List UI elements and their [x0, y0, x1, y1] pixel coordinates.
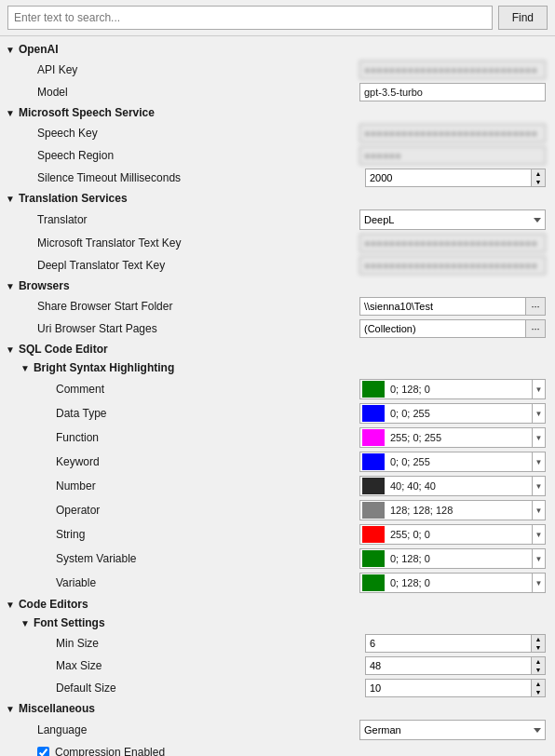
section-ms-speech[interactable]: ▼ Microsoft Speech Service: [0, 103, 555, 122]
datatype-color-dropdown[interactable]: 0; 0; 255 ▼: [359, 403, 546, 424]
subsection-bright-syntax[interactable]: ▼ Bright Syntax Highlighting: [0, 358, 555, 377]
silence-timeout-label: Silence Timeout Milliseconds: [0, 171, 186, 184]
uri-browser-input[interactable]: [359, 319, 525, 338]
max-size-up[interactable]: ▲: [532, 657, 545, 666]
deepl-translator-key-label: Deepl Translator Text Key: [0, 259, 186, 272]
string-label: String: [0, 528, 205, 541]
number-color-label: 40; 40; 40: [386, 480, 532, 492]
code-editors-arrow: ▼: [6, 600, 15, 610]
max-size-down[interactable]: ▼: [532, 666, 545, 674]
function-label: Function: [0, 431, 205, 444]
code-editors-label: Code Editors: [19, 598, 88, 611]
string-color-label: 255; 0; 0: [386, 529, 532, 540]
ms-speech-arrow: ▼: [6, 108, 15, 118]
min-size-spinner: ▲ ▼: [365, 634, 546, 653]
row-string: String 255; 0; 0 ▼: [0, 522, 555, 547]
search-input[interactable]: [7, 6, 493, 30]
default-size-spinner-btns: ▲ ▼: [531, 679, 546, 697]
speech-region-input[interactable]: [359, 146, 546, 165]
speech-region-value: [186, 146, 549, 165]
openai-arrow: ▼: [6, 45, 15, 55]
row-translator: Translator DeepL: [0, 208, 555, 232]
min-size-value: ▲ ▼: [205, 634, 549, 653]
section-openai[interactable]: ▼ OpenAI: [0, 40, 555, 59]
section-translation[interactable]: ▼ Translation Services: [0, 189, 555, 208]
model-label: Model: [0, 86, 186, 99]
translation-label: Translation Services: [19, 192, 128, 205]
share-browser-input[interactable]: [359, 297, 525, 316]
font-settings-arrow: ▼: [20, 618, 30, 628]
sql-editor-label: SQL Code Editor: [19, 343, 108, 356]
operator-dropdown-arrow: ▼: [532, 501, 545, 520]
row-model: Model: [0, 81, 555, 103]
bright-syntax-arrow: ▼: [20, 363, 30, 373]
sysvar-dropdown-arrow: ▼: [532, 549, 545, 568]
variable-color-dropdown[interactable]: 0; 128; 0 ▼: [359, 573, 546, 593]
speech-key-input[interactable]: [359, 124, 546, 142]
uri-browser-btn[interactable]: ···: [525, 319, 546, 338]
default-size-up[interactable]: ▲: [532, 680, 545, 688]
silence-timeout-up[interactable]: ▲: [532, 169, 545, 178]
min-size-label: Min Size: [0, 637, 205, 650]
comment-color-dropdown[interactable]: 0; 128; 0 ▼: [359, 379, 546, 399]
deepl-translator-key-input[interactable]: [359, 256, 546, 275]
language-dropdown[interactable]: German: [359, 720, 546, 740]
min-size-up[interactable]: ▲: [532, 635, 545, 643]
comment-color-label: 0; 128; 0: [386, 384, 532, 395]
ms-translator-key-input[interactable]: [359, 234, 546, 252]
keyword-color-dropdown[interactable]: 0; 0; 255 ▼: [359, 452, 546, 472]
api-key-input[interactable]: [359, 61, 546, 79]
subsection-font-settings[interactable]: ▼ Font Settings: [0, 614, 555, 632]
api-key-label: API Key: [0, 63, 186, 76]
max-size-value: ▲ ▼: [205, 656, 549, 675]
keyword-color-label: 0; 0; 255: [386, 456, 532, 467]
uri-browser-path: ···: [359, 319, 546, 338]
min-size-input[interactable]: [365, 634, 531, 653]
section-miscellaneous[interactable]: ▼ Miscellaneous: [0, 699, 555, 718]
default-size-value: ▲ ▼: [205, 679, 549, 697]
silence-timeout-input[interactable]: [365, 169, 531, 187]
row-default-size: Default Size ▲ ▼: [0, 677, 555, 699]
comment-dropdown-arrow: ▼: [532, 380, 545, 398]
sysvar-color-dropdown[interactable]: 0; 128; 0 ▼: [359, 548, 546, 569]
ms-translator-key-value: [186, 234, 549, 252]
silence-timeout-value: ▲ ▼: [186, 169, 549, 187]
sysvar-value: 0; 128; 0 ▼: [205, 548, 549, 569]
function-color-dropdown[interactable]: 255; 0; 255 ▼: [359, 427, 546, 448]
number-color-dropdown[interactable]: 40; 40; 40 ▼: [359, 476, 546, 496]
operator-color-dropdown[interactable]: 128; 128; 128 ▼: [359, 500, 546, 520]
section-sql-editor[interactable]: ▼ SQL Code Editor: [0, 340, 555, 358]
row-share-browser: Share Browser Start Folder ···: [0, 295, 555, 317]
default-size-down[interactable]: ▼: [532, 688, 545, 696]
variable-swatch: [362, 574, 385, 591]
number-value: 40; 40; 40 ▼: [205, 476, 549, 496]
max-size-spinner: ▲ ▼: [365, 656, 546, 675]
string-color-dropdown[interactable]: 255; 0; 0 ▼: [359, 524, 546, 545]
row-api-key: API Key: [0, 59, 555, 81]
comment-swatch: [362, 381, 385, 398]
bright-syntax-label: Bright Syntax Highlighting: [34, 361, 174, 374]
row-speech-region: Speech Region: [0, 144, 555, 167]
row-uri-browser: Uri Browser Start Pages ···: [0, 317, 555, 340]
share-browser-btn[interactable]: ···: [525, 297, 546, 316]
section-browsers[interactable]: ▼ Browsers: [0, 277, 555, 295]
row-min-size: Min Size ▲ ▼: [0, 632, 555, 655]
language-label: Language: [0, 723, 186, 736]
translator-dropdown[interactable]: DeepL: [359, 209, 546, 230]
keyword-swatch: [362, 453, 385, 470]
variable-dropdown-arrow: ▼: [532, 574, 545, 592]
find-button[interactable]: Find: [498, 6, 548, 30]
section-code-editors[interactable]: ▼ Code Editors: [0, 595, 555, 614]
min-size-down[interactable]: ▼: [532, 643, 545, 652]
uri-browser-value: ···: [186, 319, 549, 338]
comment-label: Comment: [0, 383, 205, 396]
silence-timeout-spinner-btns: ▲ ▼: [531, 169, 546, 187]
default-size-input[interactable]: [365, 679, 531, 697]
function-swatch: [362, 429, 385, 446]
api-key-value: [186, 61, 549, 79]
ms-speech-label: Microsoft Speech Service: [19, 106, 155, 119]
compression-checkbox[interactable]: [37, 747, 49, 757]
silence-timeout-down[interactable]: ▼: [532, 178, 545, 186]
model-input[interactable]: [359, 83, 546, 101]
max-size-input[interactable]: [365, 656, 531, 675]
